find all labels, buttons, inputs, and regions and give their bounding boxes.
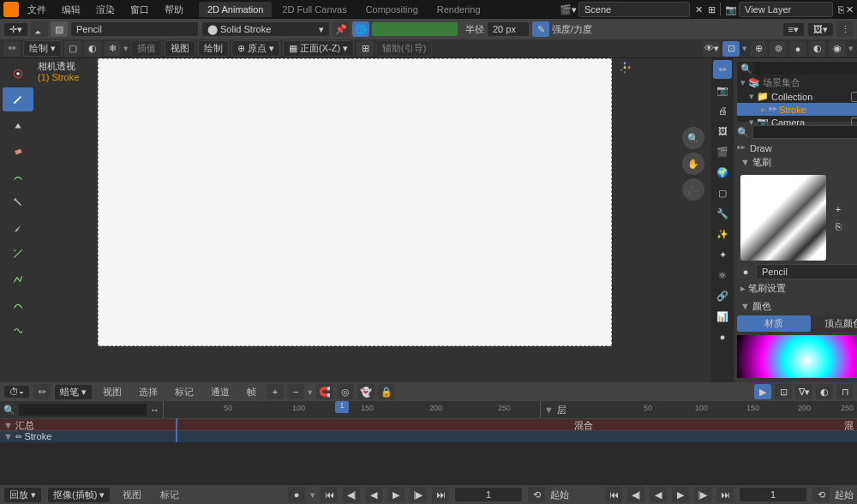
color-wheel[interactable] [737,335,857,378]
polyline-tool[interactable] [3,267,33,291]
tl-marker-menu[interactable]: 标记 [168,384,201,400]
plane-dropdown[interactable]: ▦ 正面(X-Z) ▾ [283,40,354,57]
workspace-tab-2d-full[interactable]: 2D Full Canvas [273,2,355,17]
track-summary[interactable]: ▼ 汇总 混合 混 [0,418,857,430]
menu-window[interactable]: 窗口 [123,2,156,18]
workspace-tab-compositing[interactable]: Compositing [357,2,427,17]
brush-name-field[interactable]: Pencil [70,21,199,37]
snap-icon[interactable]: ❄ [104,41,121,57]
fx-tab[interactable]: ✨ [713,225,732,243]
tl-frame-menu[interactable]: 帧 [240,384,263,400]
layer-icon[interactable]: ▨ [51,21,68,37]
world-tab[interactable]: 🌍 [713,163,732,182]
tint-tool[interactable] [3,165,33,189]
outliner-row-scene[interactable]: ▾📚 场景集合 [737,75,857,90]
grid-icon[interactable]: ⊞ [357,41,374,57]
range-icon[interactable]: ⟲ [812,487,830,502]
pressure-radius-icon[interactable]: ✎ [532,21,549,37]
ghost-range-icon[interactable]: ⊓ [836,384,854,399]
color-swatch[interactable] [372,22,458,36]
outliner-row-collection[interactable]: ▾📁 Collection👁 [737,90,857,103]
workspace-tab-rendering[interactable]: Rendering [428,2,489,17]
search-input[interactable] [755,63,857,75]
interpolate-button[interactable]: 插值 [131,40,162,57]
shading-wire-icon[interactable]: ⊚ [770,41,787,57]
physics-tab[interactable]: ⚛ [713,266,732,285]
gp-icon[interactable]: ✏ [33,384,51,399]
nav-gizmo[interactable]: Z X Y [619,62,670,113]
canvas-frame[interactable] [98,58,612,346]
current-frame-input-2[interactable]: 1 [739,487,807,502]
keyframe-prev-icon[interactable]: ◀| [627,487,644,502]
keyframe-next-icon[interactable]: |▶ [410,487,427,502]
mode-dropdown[interactable]: 绘制 ▾ [23,40,62,57]
current-frame-input[interactable]: 1 [454,487,523,502]
camera-view-icon[interactable]: 🎥 [682,178,704,201]
box-select-icon[interactable]: ⊡ [775,384,792,399]
object-tab[interactable]: ▢ [713,183,732,202]
editor-type-dropdown[interactable]: ≡▾ [782,22,805,37]
jump-start-icon[interactable]: ⏮ [321,487,338,502]
playback-dropdown[interactable]: 回放▾ [3,487,42,503]
select-circle-icon[interactable]: ◐ [84,41,101,57]
normalize-icon[interactable]: ◐ [816,384,833,399]
data-tab[interactable]: 📊 [713,307,732,326]
constraint-tab[interactable]: 🔗 [713,286,732,305]
brush-copy-icon[interactable]: ⎘ [830,219,847,234]
track-stroke[interactable]: ▼ ✏ Stroke [0,430,857,442]
search-icon[interactable]: 🔍 [737,127,749,138]
props-search[interactable] [752,125,857,139]
keyframe-next-icon[interactable]: |▶ [694,487,711,502]
eyedropper-tool[interactable] [3,216,33,240]
erase-tool[interactable] [3,139,33,163]
autokey-icon[interactable]: ● [288,487,305,502]
play-icon[interactable]: ▶ [387,487,405,502]
menu-help[interactable]: 帮助 [158,2,190,18]
tl-view-menu[interactable]: 视图 [96,384,129,400]
menu-render[interactable]: 渲染 [89,2,122,18]
brush-panel-header[interactable]: ▼ 笔刷 [737,153,857,171]
display-mode-dropdown[interactable]: 🖼▾ [807,22,834,37]
material-tab[interactable]: ● [713,327,732,346]
lock-icon[interactable]: 🔒 [378,384,395,399]
keyframe-prev-icon[interactable]: ◀| [343,487,360,502]
brush-icon[interactable] [31,21,48,37]
view-menu[interactable]: 视图 [165,40,195,57]
close-icon[interactable]: ✕ [846,4,854,15]
timeline-ruler[interactable]: 🔍 ↔ 1 50 100 150 200 250 ▼层 50 100 150 2… [0,401,857,418]
menu-file[interactable]: 文件 [21,2,53,18]
gp-mode-dropdown[interactable]: 蜡笔 ▾ [54,384,93,400]
filter-icon[interactable]: ∇▾ [795,384,812,399]
line-tool[interactable]: + [3,242,33,266]
menu-edit[interactable]: 编辑 [55,2,87,18]
channel-search[interactable] [19,404,147,416]
arc-tool[interactable] [3,293,33,317]
fill-tool[interactable] [3,113,33,137]
marker-menu[interactable]: 标记 [153,487,186,503]
search-icon[interactable]: 🔍 [3,405,15,416]
play-rev-icon[interactable]: ◀ [365,487,382,502]
viewlayer-field[interactable]: View Layer [739,2,833,17]
shading-solid-icon[interactable]: ● [789,41,806,57]
overlay-toggle-icon[interactable]: ⊡ [722,41,740,57]
pan-icon[interactable]: ✋ [682,153,704,175]
zoom-icon[interactable]: 🔍 [682,127,704,149]
brush-name-field[interactable]: Pencil [756,264,857,279]
play-rev-icon[interactable]: ◀ [650,487,667,502]
add-icon[interactable]: + [267,384,284,399]
new-scene-icon[interactable]: ⊞ [708,4,716,15]
scene-field[interactable]: Scene [578,2,690,17]
visibility-icon[interactable]: 👁▾ [703,41,720,57]
blender-logo-icon[interactable] [3,2,19,17]
brush-settings-header[interactable]: ▸ 笔刷设置 ☰ [737,279,857,297]
vertex-tab-button[interactable]: 顶点颜色 [811,315,858,332]
draw-tool[interactable] [3,87,33,111]
origin-dropdown[interactable]: ⊕ 原点 ▾ [231,40,280,57]
material-tab-button[interactable]: 材质 [737,315,811,332]
cursor-tool[interactable] [3,62,33,86]
editor-type-dropdown[interactable]: ⏱▾ [3,385,30,399]
select-box-icon[interactable]: ▢ [64,41,81,57]
gizmo-icon[interactable]: ⊕ [750,41,767,57]
tl-channel-menu[interactable]: 通道 [204,384,237,400]
curve-tool[interactable] [3,319,33,343]
